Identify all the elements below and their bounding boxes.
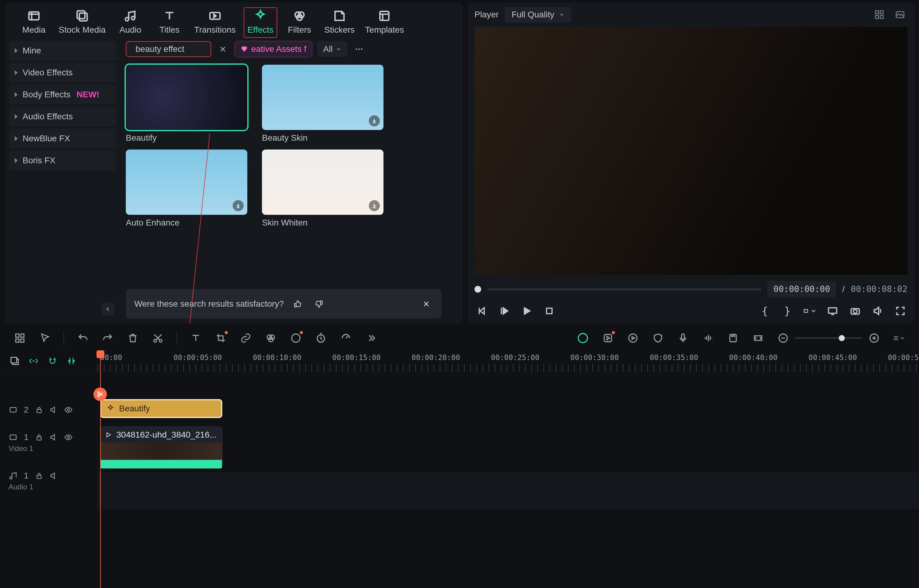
mark-out-button[interactable]: }	[780, 304, 794, 318]
more-toolbar-button[interactable]	[364, 332, 377, 344]
thumbnail	[126, 65, 247, 130]
effect-track-header[interactable]: 2	[0, 396, 97, 423]
speed-button[interactable]	[340, 332, 352, 344]
redo-button[interactable]	[101, 332, 114, 344]
undo-button[interactable]	[76, 332, 89, 344]
prev-frame-button[interactable]	[474, 304, 489, 318]
link-tracks-button[interactable]	[28, 355, 40, 367]
fullscreen-button[interactable]	[893, 304, 908, 318]
enhance-button[interactable]	[602, 332, 614, 344]
audio-track[interactable]	[98, 472, 919, 509]
cursor-icon[interactable]	[39, 332, 51, 344]
tab-filters[interactable]: Filters	[283, 7, 316, 38]
tab-templates[interactable]: Templates	[363, 7, 407, 38]
cut-button[interactable]	[151, 332, 164, 344]
sidebar-item-newblue-fx[interactable]: NewBlue FX	[9, 129, 116, 148]
ai-assistant-button[interactable]	[576, 332, 589, 344]
delete-button[interactable]	[126, 332, 139, 344]
video-clip[interactable]: 3048162-uhd_3840_216...	[100, 426, 222, 469]
tab-stock-media[interactable]: Stock Media	[56, 7, 108, 38]
record-button[interactable]	[626, 332, 639, 344]
magnet-button[interactable]	[46, 355, 58, 367]
tab-titles[interactable]: Titles	[153, 7, 186, 38]
mute-icon[interactable]	[49, 405, 58, 414]
result-card-auto-enhance[interactable]: Auto Enhance	[126, 150, 247, 228]
mic-button[interactable]	[676, 332, 689, 344]
sidebar-collapse-button[interactable]	[101, 303, 114, 315]
mark-in-button[interactable]: {	[758, 304, 772, 318]
sidebar-item-video-effects[interactable]: Video Effects	[9, 63, 116, 82]
play-button[interactable]	[519, 304, 534, 318]
ripple-button[interactable]	[65, 355, 78, 367]
creative-assets-pill[interactable]: eative Assets f	[235, 41, 312, 57]
play-step-button[interactable]	[497, 304, 511, 318]
download-icon[interactable]	[233, 200, 244, 211]
volume-button[interactable]	[871, 304, 885, 318]
download-icon[interactable]	[369, 115, 380, 126]
scrub-handle[interactable]	[474, 286, 481, 292]
stop-button[interactable]	[542, 304, 556, 318]
result-card-skin-whiten[interactable]: Skin Whiten	[262, 150, 383, 228]
sidebar-item-mine[interactable]: Mine	[9, 41, 116, 60]
fit-button[interactable]	[752, 332, 765, 344]
crop-button[interactable]	[214, 332, 227, 344]
display-button[interactable]	[825, 304, 840, 318]
clear-search-button[interactable]	[216, 42, 230, 56]
result-card-beauty-skin[interactable]: Beauty Skin	[262, 65, 383, 143]
video-viewport[interactable]	[474, 27, 908, 275]
list-view-button[interactable]	[893, 332, 906, 344]
playhead[interactable]	[100, 350, 101, 588]
thumbs-down-button[interactable]	[312, 297, 325, 311]
lock-icon[interactable]	[35, 405, 44, 414]
result-card-beautify[interactable]: Beautify	[126, 65, 247, 143]
snapshot-icon[interactable]	[893, 7, 908, 22]
marker-button[interactable]	[726, 332, 739, 344]
quality-dropdown[interactable]: Full Quality	[505, 7, 571, 23]
lock-icon[interactable]	[35, 433, 44, 441]
download-icon[interactable]	[369, 200, 380, 211]
effect-track[interactable]: Beautify	[98, 396, 919, 423]
ratio-button[interactable]	[803, 304, 817, 318]
sidebar-item-boris-fx[interactable]: Boris FX	[9, 151, 116, 170]
tab-media[interactable]: Media	[17, 7, 51, 38]
tab-stickers[interactable]: Stickers	[322, 7, 357, 38]
mute-icon[interactable]	[49, 472, 58, 480]
camera-button[interactable]	[848, 304, 862, 318]
apps-icon[interactable]	[13, 332, 26, 344]
timer-button[interactable]	[314, 332, 327, 344]
color-button[interactable]	[264, 332, 277, 344]
tab-effects[interactable]: Effects	[244, 7, 277, 38]
layout-grid-icon[interactable]	[872, 7, 887, 22]
tab-audio[interactable]: Audio	[113, 7, 147, 38]
tab-transitions[interactable]: Transitions	[192, 7, 238, 38]
ruler-tick: 00:00:05:00	[173, 353, 222, 362]
close-feedback-button[interactable]	[419, 297, 433, 311]
eye-icon[interactable]	[64, 405, 73, 414]
player-title: Player	[474, 10, 498, 19]
search-box[interactable]	[126, 41, 211, 57]
zoom-thumb[interactable]	[839, 335, 845, 341]
shield-button[interactable]	[652, 332, 664, 344]
audio-tool-button[interactable]	[702, 332, 714, 344]
thumbs-up-button[interactable]	[291, 297, 305, 311]
zoom-out-button[interactable]	[777, 332, 790, 344]
mute-icon[interactable]	[49, 433, 58, 441]
text-tool-button[interactable]	[189, 332, 202, 344]
scissors-icon[interactable]	[94, 388, 107, 401]
sidebar-item-body-effects[interactable]: Body EffectsNEW!	[9, 85, 116, 104]
time-ruler[interactable]: 00:00 00:00:05:00 00:00:10:00 00:00:15:0…	[98, 350, 919, 372]
effect-clip[interactable]: Beautify	[100, 399, 222, 418]
add-track-button[interactable]	[8, 355, 21, 367]
zoom-in-button[interactable]	[868, 332, 880, 344]
zoom-slider[interactable]	[795, 337, 862, 339]
eye-icon[interactable]	[64, 433, 73, 441]
ai-button[interactable]	[290, 332, 302, 344]
video-track[interactable]: 3048162-uhd_3840_216...	[98, 423, 919, 472]
scrub-track[interactable]	[487, 288, 761, 291]
lock-icon[interactable]	[35, 472, 44, 480]
filter-all-dropdown[interactable]: All	[317, 41, 348, 57]
sidebar-item-audio-effects[interactable]: Audio Effects	[9, 107, 116, 126]
link-button[interactable]	[239, 332, 252, 344]
timeline-tracks-area[interactable]: 00:00 00:00:05:00 00:00:10:00 00:00:15:0…	[98, 350, 919, 588]
more-options-button[interactable]	[352, 42, 366, 56]
